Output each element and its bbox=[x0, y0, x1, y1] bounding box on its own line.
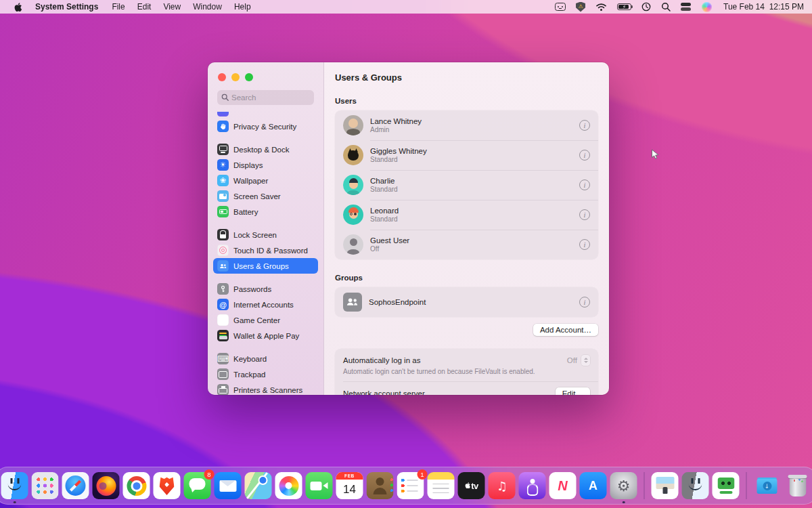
auto-login-label: Automatically log in as bbox=[343, 356, 567, 364]
dock-settings-icon[interactable] bbox=[610, 472, 637, 499]
info-icon[interactable] bbox=[579, 297, 590, 308]
zoom-button[interactable] bbox=[245, 73, 253, 81]
dock-roboform-icon[interactable] bbox=[713, 472, 740, 499]
dock-chrome-icon[interactable] bbox=[123, 472, 150, 499]
mouse-cursor bbox=[651, 149, 660, 161]
auto-login-stepper[interactable] bbox=[581, 355, 590, 366]
info-icon[interactable] bbox=[579, 209, 590, 220]
menu-view[interactable]: View bbox=[157, 2, 187, 12]
sidebar-search[interactable] bbox=[217, 90, 314, 105]
sophos-status-icon[interactable] bbox=[576, 2, 585, 12]
sidebar-item-battery[interactable]: Battery bbox=[213, 204, 318, 219]
dock-finder-icon[interactable] bbox=[1, 472, 28, 499]
dock-launchpad-icon[interactable] bbox=[32, 472, 59, 499]
trackpad-icon bbox=[217, 368, 229, 380]
sidebar-item-privacy[interactable]: Privacy & Security bbox=[213, 119, 318, 134]
news-letter: N bbox=[558, 478, 567, 494]
menu-help[interactable]: Help bbox=[228, 2, 257, 12]
dock-music-icon[interactable] bbox=[489, 472, 516, 499]
dock-notes-icon[interactable] bbox=[428, 472, 455, 499]
sidebar-item-label: Passwords bbox=[233, 285, 271, 293]
auto-login-note: Automatic login can't be turned on becau… bbox=[335, 367, 598, 381]
clock-status-icon[interactable] bbox=[641, 2, 651, 12]
user-row[interactable]: Guest UserOff bbox=[335, 230, 598, 259]
dock-downloads-icon[interactable] bbox=[754, 472, 781, 499]
sidebar-item-label: Users & Groups bbox=[233, 262, 289, 270]
sidebar-item-label: Wallet & Apple Pay bbox=[233, 332, 299, 340]
sidebar-item-label: Wallpaper bbox=[233, 177, 268, 185]
sidebar-item-gamecenter[interactable]: Game Center bbox=[213, 312, 318, 328]
sidebar-item-passwords[interactable]: Passwords bbox=[213, 281, 318, 297]
dock-preview-icon[interactable] bbox=[652, 472, 679, 499]
dock-news-icon[interactable]: N bbox=[549, 472, 577, 499]
menu-bar-clock[interactable]: Tue Feb 14 12:15 PM bbox=[722, 2, 804, 12]
dock-calendar-icon[interactable]: FEB14 bbox=[336, 472, 363, 499]
dock-reminders-icon[interactable]: 1 bbox=[397, 472, 424, 499]
apple-menu-icon[interactable] bbox=[8, 2, 28, 12]
sidebar-item-keyboard[interactable]: Keyboard bbox=[213, 351, 318, 366]
settings-main-panel: Users & Groups Users Lance WhitneyAdminG… bbox=[324, 62, 609, 395]
sidebar-item-wallpaper[interactable]: Wallpaper bbox=[213, 173, 318, 188]
sidebar-item-trackpad[interactable]: Trackpad bbox=[213, 366, 318, 382]
dock-mail-icon[interactable] bbox=[215, 472, 242, 499]
sidebar-item-displays[interactable]: Displays bbox=[213, 157, 318, 173]
dock-podcasts-icon[interactable] bbox=[519, 472, 546, 499]
active-app-name[interactable]: System Settings bbox=[29, 2, 104, 12]
sidebar-item-touchid[interactable]: Touch ID & Password bbox=[213, 242, 318, 258]
dock-firefox-icon[interactable] bbox=[93, 472, 120, 499]
close-button[interactable] bbox=[218, 73, 226, 81]
user-name: Charlie bbox=[370, 177, 398, 185]
sidebar-item-screensaver[interactable]: Screen Saver bbox=[213, 188, 318, 204]
dock-contacts-icon[interactable] bbox=[367, 472, 394, 499]
cc-status-icon[interactable] bbox=[681, 2, 692, 12]
dock-photos-icon[interactable] bbox=[275, 472, 302, 499]
user-role: Off bbox=[370, 245, 409, 253]
keyboard-icon bbox=[217, 353, 229, 364]
info-icon[interactable] bbox=[579, 120, 590, 131]
user-row[interactable]: LeonardStandard bbox=[335, 200, 598, 230]
network-edit-button[interactable]: Edit… bbox=[556, 387, 590, 395]
sidebar-item-wallet[interactable]: Wallet & Apple Pay bbox=[213, 328, 318, 343]
printers-icon bbox=[217, 384, 229, 395]
menu-window[interactable]: Window bbox=[187, 2, 228, 12]
search-input[interactable] bbox=[231, 93, 310, 102]
dock-facetime-icon[interactable] bbox=[306, 472, 333, 499]
battery-status-icon[interactable]: ⚡ bbox=[617, 3, 631, 11]
dock-maps-icon[interactable] bbox=[245, 472, 272, 499]
dock-safari-icon[interactable] bbox=[62, 472, 89, 499]
dock-appletv-icon[interactable]: tv bbox=[458, 472, 485, 499]
sidebar-item-desktop[interactable]: Desktop & Dock bbox=[213, 142, 318, 157]
menu-edit[interactable]: Edit bbox=[131, 2, 158, 12]
battery-icon bbox=[217, 206, 229, 217]
dock-trash-icon[interactable] bbox=[784, 472, 811, 499]
info-icon[interactable] bbox=[579, 239, 590, 250]
group-row[interactable]: SophosEndpoint bbox=[335, 287, 598, 317]
sidebar-item-lockscreen[interactable]: Lock Screen bbox=[213, 227, 318, 242]
sidebar-item-printers[interactable]: Printers & Scanners bbox=[213, 382, 318, 395]
user-name: Giggles Whitney bbox=[370, 147, 427, 155]
info-icon[interactable] bbox=[579, 179, 590, 190]
info-icon[interactable] bbox=[579, 150, 590, 161]
groups-list: SophosEndpoint bbox=[335, 287, 598, 317]
robot-status-icon[interactable] bbox=[555, 3, 566, 11]
settings-sidebar: Privacy & SecurityDesktop & DockDisplays… bbox=[208, 62, 324, 395]
notification-badge: 8 bbox=[204, 469, 215, 480]
dock-messages-icon[interactable]: 8 bbox=[184, 472, 211, 499]
wifi-status-icon[interactable] bbox=[595, 3, 607, 12]
calendar-day: 14 bbox=[336, 480, 363, 499]
user-row[interactable]: CharlieStandard bbox=[335, 170, 598, 200]
minimize-button[interactable] bbox=[231, 73, 240, 81]
sidebar-item-users[interactable]: Users & Groups bbox=[213, 258, 318, 274]
siri-status-icon[interactable] bbox=[702, 2, 712, 12]
dock-migration-icon[interactable] bbox=[682, 472, 709, 499]
sidebar-item-internet[interactable]: Internet Accounts bbox=[213, 297, 318, 312]
user-name: Leonard bbox=[370, 207, 399, 215]
dock-appstore-icon[interactable]: A bbox=[580, 472, 607, 499]
dock-brave-icon[interactable] bbox=[154, 472, 181, 499]
menu-file[interactable]: File bbox=[106, 2, 131, 12]
sidebar-item-label: Touch ID & Password bbox=[233, 247, 308, 255]
user-row[interactable]: Giggles WhitneyStandard bbox=[335, 140, 598, 170]
add-account-button[interactable]: Add Account… bbox=[533, 324, 598, 336]
user-row[interactable]: Lance WhitneyAdmin bbox=[335, 110, 598, 140]
search-status-icon[interactable] bbox=[661, 2, 671, 12]
